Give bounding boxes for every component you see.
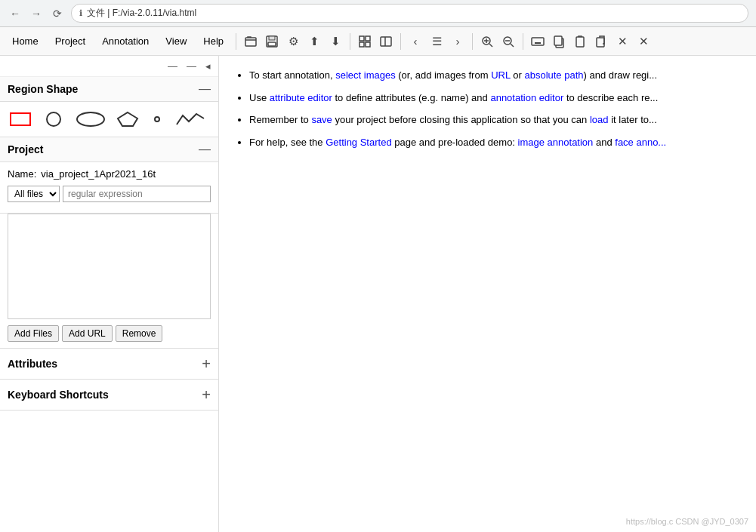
- bullet-item-4: For help, see the Getting Started page a…: [249, 135, 741, 150]
- load-link[interactable]: load: [590, 114, 609, 125]
- select-images-link[interactable]: select images: [335, 69, 395, 81]
- shape-polygon-btn[interactable]: [115, 109, 140, 129]
- address-icon: ℹ: [79, 8, 82, 18]
- save-button[interactable]: [262, 32, 282, 51]
- bullet-list: To start annotation, select images (or, …: [234, 68, 741, 149]
- forward-button[interactable]: →: [29, 6, 44, 21]
- shape-ellipse-btn[interactable]: [74, 109, 107, 129]
- shape-circle-btn[interactable]: [41, 109, 66, 129]
- toolbar-separator-1: [236, 33, 236, 50]
- svg-rect-7: [366, 42, 370, 47]
- svg-rect-25: [576, 37, 584, 47]
- upload-button[interactable]: ⬆: [304, 32, 324, 51]
- file-filter-select[interactable]: All files: [8, 186, 60, 202]
- bullet-item-3: Remember to save your project before clo…: [249, 112, 741, 128]
- sidebar-ctrl-minus[interactable]: —: [184, 59, 199, 73]
- svg-point-29: [77, 112, 104, 126]
- attributes-title: Attributes: [8, 358, 57, 370]
- settings-button[interactable]: ⚙: [283, 32, 303, 51]
- svg-rect-4: [359, 36, 364, 41]
- attributes-plus-icon: +: [202, 356, 211, 371]
- svg-rect-5: [366, 36, 370, 41]
- svg-rect-6: [359, 42, 364, 47]
- svg-rect-24: [554, 36, 562, 45]
- keyboard-shortcuts-header[interactable]: Keyboard Shortcuts +: [0, 380, 218, 410]
- getting-started-link[interactable]: Getting Started: [326, 137, 391, 148]
- project-name-label: Name:: [8, 168, 36, 180]
- svg-point-31: [155, 117, 159, 121]
- svg-point-28: [47, 112, 60, 126]
- svg-rect-3: [268, 42, 276, 46]
- toolbar-separator-5: [523, 33, 523, 50]
- address-bar[interactable]: ℹ 文件 | F:/via-2.0.11/via.html: [71, 4, 748, 23]
- panel-button[interactable]: [376, 32, 396, 51]
- keyboard-shortcuts-section: Keyboard Shortcuts +: [0, 380, 218, 411]
- shape-polyline-btn[interactable]: [174, 109, 207, 129]
- close-button[interactable]: ✕: [634, 32, 653, 51]
- shape-rectangle-btn[interactable]: [8, 109, 33, 129]
- main-layout: — — ◂ Region Shape —: [0, 56, 756, 532]
- next-button[interactable]: ›: [448, 32, 467, 51]
- menu-home[interactable]: Home: [5, 32, 46, 50]
- project-header: Project —: [0, 137, 218, 162]
- svg-line-15: [511, 44, 514, 47]
- delete-icon-button[interactable]: ✕: [613, 32, 632, 51]
- sidebar-ctrl-arrow[interactable]: ◂: [202, 59, 214, 73]
- svg-rect-27: [11, 113, 30, 125]
- add-url-button[interactable]: Add URL: [62, 325, 113, 342]
- region-shape-collapse-btn[interactable]: —: [199, 83, 211, 95]
- toolbar-separator-2: [350, 33, 350, 50]
- list-button[interactable]: ☰: [427, 32, 446, 51]
- save-link[interactable]: save: [311, 114, 332, 125]
- browser-chrome: ← → ⟳ ℹ 文件 | F:/via-2.0.11/via.html: [0, 0, 756, 27]
- menu-project[interactable]: Project: [48, 32, 93, 50]
- attribute-editor-link[interactable]: attribute editor: [270, 92, 332, 103]
- filter-row: All files: [8, 186, 211, 202]
- bullet-item-1: To start annotation, select images (or, …: [249, 68, 741, 83]
- sidebar: — — ◂ Region Shape —: [0, 56, 219, 532]
- menu-help[interactable]: Help: [196, 32, 231, 50]
- watermark: https://blog.c CSDN @JYD_0307: [626, 517, 748, 526]
- reload-button[interactable]: ⟳: [50, 6, 65, 21]
- attributes-section: Attributes +: [0, 349, 218, 380]
- toolbar-separator-4: [472, 33, 473, 50]
- menu-annotation[interactable]: Annotation: [94, 32, 156, 50]
- svg-line-11: [489, 44, 492, 47]
- region-shape-content: [0, 102, 218, 137]
- bullet-item-2: Use attribute editor to define attribute…: [249, 91, 741, 106]
- project-name-row: Name: via_project_1Apr2021_16t: [8, 168, 211, 180]
- add-files-button[interactable]: Add Files: [8, 325, 59, 342]
- svg-rect-17: [532, 38, 544, 45]
- sidebar-ctrl-collapse[interactable]: —: [165, 59, 181, 73]
- absolute-path-link[interactable]: absolute path: [524, 69, 583, 81]
- url-link[interactable]: URL: [491, 69, 511, 81]
- keyboard-shortcuts-plus-icon: +: [202, 387, 211, 402]
- file-list-buttons: Add Files Add URL Remove: [0, 319, 218, 349]
- download-button[interactable]: ⬇: [326, 32, 345, 51]
- clipboard-button[interactable]: [570, 32, 590, 51]
- keyboard-button[interactable]: [528, 32, 548, 51]
- open-button[interactable]: [241, 32, 261, 51]
- svg-rect-0: [245, 38, 256, 46]
- attributes-header[interactable]: Attributes +: [0, 349, 218, 379]
- grid-button[interactable]: [355, 32, 375, 51]
- file-list-area[interactable]: [8, 214, 211, 319]
- copy-button[interactable]: [549, 32, 569, 51]
- zoom-out-button[interactable]: [498, 32, 518, 51]
- image-annotation-link[interactable]: image annotation: [518, 137, 594, 148]
- filter-input[interactable]: [63, 186, 211, 202]
- zoom-in-button[interactable]: [477, 32, 497, 51]
- menu-view[interactable]: View: [158, 32, 194, 50]
- annotation-editor-link[interactable]: annotation editor: [490, 92, 563, 103]
- paste-button[interactable]: [591, 32, 611, 51]
- project-collapse-btn[interactable]: —: [199, 143, 211, 155]
- shape-point-btn[interactable]: [148, 109, 166, 129]
- back-button[interactable]: ←: [8, 6, 23, 21]
- prev-button[interactable]: ‹: [406, 32, 425, 51]
- remove-button[interactable]: Remove: [116, 325, 163, 342]
- project-title: Project: [8, 143, 43, 155]
- main-content: To start annotation, select images (or, …: [219, 56, 756, 532]
- svg-rect-2: [269, 36, 275, 40]
- face-anno-link[interactable]: face anno...: [615, 137, 666, 148]
- sidebar-top-controls: — — ◂: [0, 56, 218, 77]
